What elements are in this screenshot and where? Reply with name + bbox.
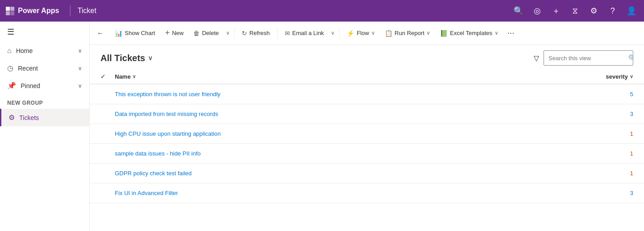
table-row[interactable]: GDPR policy check test failed 1 xyxy=(90,164,644,183)
sidebar: ☰ ⌂ Home ∨ ◷ Recent ∨ 📌 Pinned ∨ New Gro… xyxy=(0,22,90,231)
tickets-icon: ⚙ xyxy=(9,113,15,122)
toolbar-separator-1 xyxy=(234,28,235,39)
refresh-label: Refresh xyxy=(249,30,270,36)
excel-icon: 📗 xyxy=(440,30,448,37)
run-report-button[interactable]: 📋 Run Report ∨ xyxy=(380,27,435,40)
brand-logo[interactable]: Power Apps xyxy=(5,6,59,15)
pin-icon: 📌 xyxy=(7,81,16,90)
excel-templates-label: Excel Templates xyxy=(450,30,492,36)
header-check-icon[interactable]: ✓ xyxy=(100,73,106,80)
svg-rect-2 xyxy=(6,11,10,15)
back-button[interactable]: ← xyxy=(93,26,108,40)
email-icon: ✉ xyxy=(285,30,290,37)
flow-button[interactable]: ⚡ Flow ∨ xyxy=(342,27,379,40)
row-severity: 3 xyxy=(579,190,633,196)
email-link-button[interactable]: ✉ Email a Link xyxy=(280,27,329,40)
search-view-button[interactable]: 🔍 xyxy=(628,51,633,65)
delete-dropdown-icon: ∨ xyxy=(226,30,230,36)
row-severity: 1 xyxy=(579,170,633,177)
recent-chevron-icon: ∨ xyxy=(78,65,82,71)
search-view-box: 🔍 xyxy=(544,50,633,66)
sidebar-item-recent[interactable]: ◷ Recent ∨ xyxy=(0,59,89,77)
report-icon: 📋 xyxy=(385,30,392,37)
gear-icon[interactable]: ⚙ xyxy=(587,4,601,18)
data-table: ✓ Name ∨ severity ∨ This exception throw… xyxy=(90,69,644,231)
chart-icon: 📊 xyxy=(115,30,122,37)
row-severity: 3 xyxy=(579,111,633,117)
run-report-chevron-icon: ∨ xyxy=(426,30,430,36)
sidebar-recent-label: Recent xyxy=(18,65,38,72)
row-name[interactable]: GDPR policy check test failed xyxy=(115,165,579,181)
delete-button[interactable]: 🗑 Delete xyxy=(189,27,223,40)
delete-label: Delete xyxy=(202,30,219,36)
new-button[interactable]: + New xyxy=(161,26,188,40)
excel-chevron-icon: ∨ xyxy=(495,30,498,36)
hamburger-menu[interactable]: ☰ xyxy=(0,22,89,42)
show-chart-button[interactable]: 📊 Show Chart xyxy=(110,27,160,40)
sidebar-home-label: Home xyxy=(16,47,33,54)
flow-chevron-icon: ∨ xyxy=(371,30,375,36)
col-name-header[interactable]: Name ∨ xyxy=(115,73,579,80)
sidebar-item-tickets[interactable]: ⚙ Tickets xyxy=(0,109,89,126)
col-name-label: Name xyxy=(115,73,131,80)
delete-icon: 🗑 xyxy=(193,30,200,37)
list-header: All Tickets ∨ ▽ 🔍 xyxy=(90,45,644,69)
col-severity-chevron-icon: ∨ xyxy=(630,74,633,80)
excel-templates-button[interactable]: 📗 Excel Templates ∨ xyxy=(435,27,502,40)
list-title-chevron-icon: ∨ xyxy=(148,54,152,62)
user-icon[interactable]: 👤 xyxy=(624,4,639,18)
table-row[interactable]: High CPU issue upon starting application… xyxy=(90,124,644,144)
sidebar-item-pinned[interactable]: 📌 Pinned ∨ xyxy=(0,77,89,94)
email-link-label: Email a Link xyxy=(292,30,324,36)
new-label: New xyxy=(172,30,183,36)
sidebar-item-home[interactable]: ⌂ Home ∨ xyxy=(0,42,89,59)
brand-name: Power Apps xyxy=(18,7,59,15)
sidebar-tickets-label: Tickets xyxy=(19,114,39,121)
filter-icon[interactable]: ⧖ xyxy=(568,4,582,18)
toolbar: ← 📊 Show Chart + New 🗑 Delete ∨ ↻ Refres… xyxy=(90,22,644,45)
refresh-button[interactable]: ↻ Refresh xyxy=(237,27,274,40)
help-icon[interactable]: ? xyxy=(605,4,620,18)
table-row[interactable]: Fix UI in Advanced Filter 3 xyxy=(90,183,644,203)
col-severity-header[interactable]: severity ∨ xyxy=(579,73,633,80)
pinned-chevron-icon: ∨ xyxy=(78,83,82,89)
content-area: ← 📊 Show Chart + New 🗑 Delete ∨ ↻ Refres… xyxy=(90,22,644,231)
email-link-chevron-button[interactable]: ∨ xyxy=(329,27,336,39)
svg-rect-1 xyxy=(10,7,14,11)
nav-divider xyxy=(70,5,70,16)
table-row[interactable]: This exception thrown is not user friend… xyxy=(90,84,644,104)
view-filter-button[interactable]: ▽ xyxy=(529,51,544,65)
col-name-chevron-icon: ∨ xyxy=(132,74,136,80)
row-severity: 1 xyxy=(579,150,633,157)
new-icon: + xyxy=(165,28,170,38)
row-name[interactable]: Fix UI in Advanced Filter xyxy=(115,185,579,201)
delete-chevron-button[interactable]: ∨ xyxy=(224,27,231,39)
search-icon[interactable]: 🔍 xyxy=(511,4,526,18)
svg-rect-3 xyxy=(10,11,14,15)
sidebar-pinned-label: Pinned xyxy=(21,82,40,89)
main-layout: ☰ ⌂ Home ∨ ◷ Recent ∨ 📌 Pinned ∨ New Gro… xyxy=(0,22,644,231)
toolbar-separator-2 xyxy=(277,28,278,39)
list-title[interactable]: All Tickets ∨ xyxy=(100,53,152,63)
home-icon: ⌂ xyxy=(7,47,12,55)
toolbar-separator-3 xyxy=(339,28,339,39)
row-severity: 5 xyxy=(579,91,633,98)
more-actions-button[interactable]: ⋯ xyxy=(504,26,518,40)
table-row[interactable]: Data imported from test missing records … xyxy=(90,104,644,124)
search-view-input[interactable] xyxy=(544,52,628,64)
col-severity-label: severity xyxy=(606,73,628,80)
plus-icon[interactable]: ＋ xyxy=(549,4,563,18)
home-chevron-icon: ∨ xyxy=(78,48,82,54)
table-header: ✓ Name ∨ severity ∨ xyxy=(90,69,644,84)
target-icon[interactable]: ◎ xyxy=(530,4,544,18)
row-name[interactable]: sample data issues - hide PII info xyxy=(115,146,579,161)
email-dropdown-icon: ∨ xyxy=(331,30,335,36)
table-body: This exception thrown is not user friend… xyxy=(90,84,644,203)
table-row[interactable]: sample data issues - hide PII info 1 xyxy=(90,144,644,164)
row-name[interactable]: This exception thrown is not user friend… xyxy=(115,86,579,102)
run-report-label: Run Report xyxy=(395,30,424,36)
flow-icon: ⚡ xyxy=(347,30,354,37)
app-title: Ticket xyxy=(78,7,96,15)
row-name[interactable]: High CPU issue upon starting application xyxy=(115,126,579,142)
row-name[interactable]: Data imported from test missing records xyxy=(115,106,579,122)
